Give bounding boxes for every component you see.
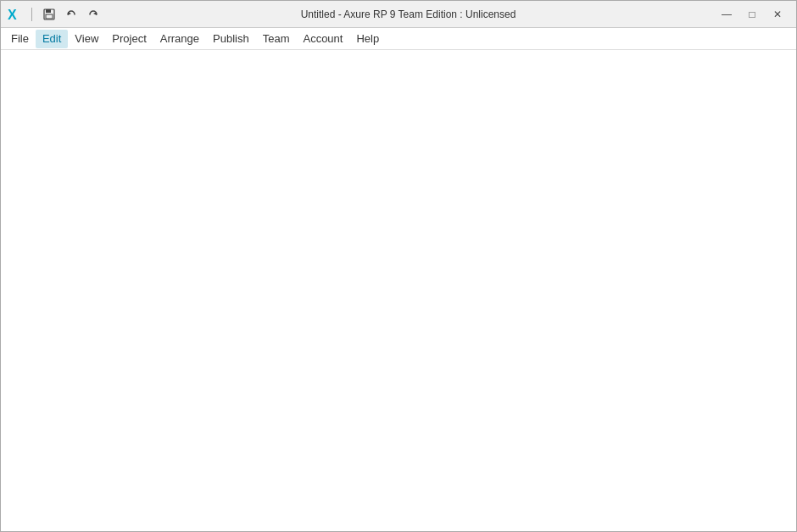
toolbar-divider: [31, 8, 32, 21]
axure-logo-icon: X: [8, 7, 23, 22]
menu-item-project[interactable]: Project: [105, 30, 153, 48]
redo-icon[interactable]: [85, 6, 102, 23]
menu-bar: FileEditViewProjectArrangePublishTeamAcc…: [1, 28, 796, 50]
svg-marker-5: [93, 12, 97, 15]
menu-item-publish[interactable]: Publish: [206, 30, 256, 48]
svg-marker-4: [68, 12, 71, 15]
window-controls: — □ ✕: [715, 6, 789, 23]
save-icon[interactable]: [41, 6, 58, 23]
minimize-button[interactable]: —: [715, 6, 738, 23]
undo-icon[interactable]: [63, 6, 80, 23]
menu-item-file[interactable]: File: [4, 30, 36, 48]
svg-text:X: X: [8, 8, 17, 22]
main-content: [1, 50, 796, 532]
maximize-button[interactable]: □: [740, 6, 764, 23]
menu-item-account[interactable]: Account: [296, 30, 349, 48]
menu-item-help[interactable]: Help: [349, 30, 386, 48]
menu-item-team[interactable]: Team: [256, 30, 297, 48]
title-bar-left: X: [8, 6, 102, 23]
title-bar: X Untitled - Axure R: [1, 1, 796, 28]
svg-rect-3: [46, 14, 53, 19]
menu-item-view[interactable]: View: [68, 30, 105, 48]
window-title: Untitled - Axure RP 9 Team Edition : Unl…: [102, 8, 715, 20]
menu-item-arrange[interactable]: Arrange: [153, 30, 206, 48]
menu-item-edit[interactable]: Edit: [36, 30, 68, 48]
svg-rect-2: [46, 9, 51, 13]
close-button[interactable]: ✕: [766, 6, 789, 23]
